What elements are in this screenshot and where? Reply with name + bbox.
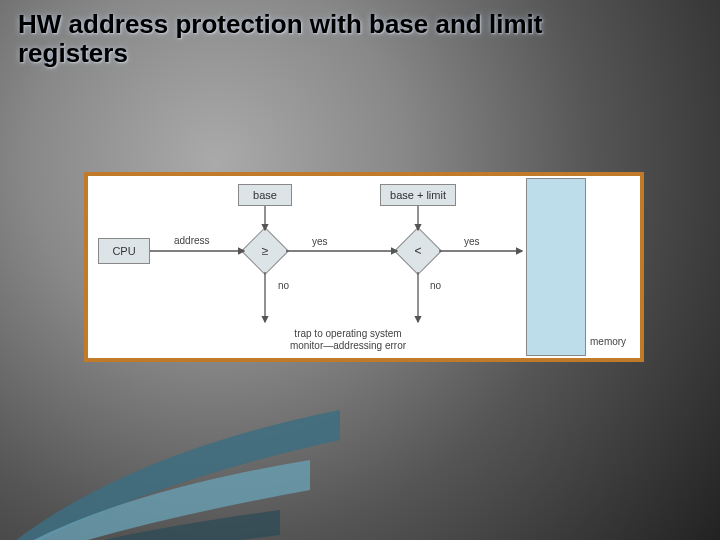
memory-label: memory bbox=[590, 336, 626, 347]
no-label-1: no bbox=[278, 280, 289, 291]
compare-ge-diamond: ≥ bbox=[241, 227, 289, 275]
compare-ge-label: ≥ bbox=[249, 244, 281, 258]
compare-lt-label: < bbox=[402, 244, 434, 258]
memory-block bbox=[526, 178, 586, 356]
trap-line1: trap to operating system bbox=[248, 328, 448, 340]
base-limit-box: base + limit bbox=[380, 184, 456, 206]
trap-text: trap to operating system monitor—address… bbox=[248, 328, 448, 352]
base-box: base bbox=[238, 184, 292, 206]
no-label-2: no bbox=[430, 280, 441, 291]
yes-label-1: yes bbox=[312, 236, 328, 247]
decorative-swoosh bbox=[0, 400, 350, 540]
trap-line2: monitor—addressing error bbox=[248, 340, 448, 352]
cpu-box: CPU bbox=[98, 238, 150, 264]
yes-label-2: yes bbox=[464, 236, 480, 247]
address-label: address bbox=[174, 235, 210, 246]
page-title: HW address protection with base and limi… bbox=[18, 10, 578, 67]
diagram-frame: CPU base base + limit ≥ < address yes ye… bbox=[84, 172, 644, 362]
diagram: CPU base base + limit ≥ < address yes ye… bbox=[88, 176, 640, 358]
compare-lt-diamond: < bbox=[394, 227, 442, 275]
